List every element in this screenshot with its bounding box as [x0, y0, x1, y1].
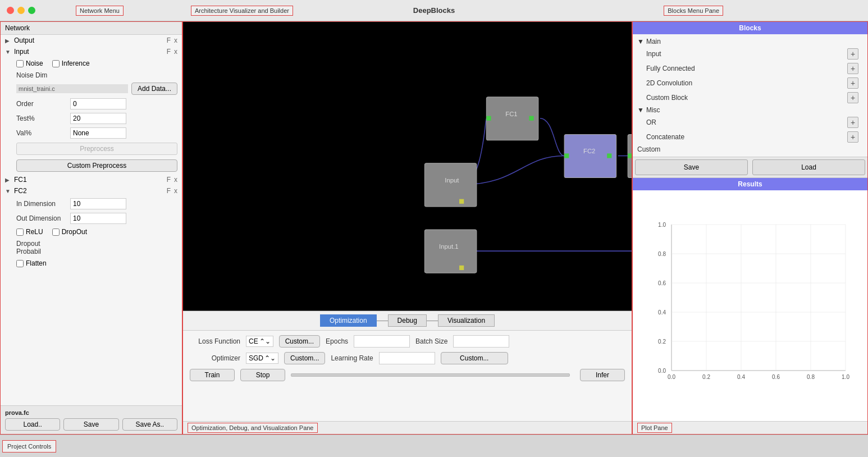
val-pct-input[interactable] — [70, 127, 126, 139]
lr-custom-button[interactable]: Custom... — [441, 352, 508, 364]
flatten-checkbox[interactable] — [16, 260, 24, 267]
network-bottom-bar: prova.fc Load.. Save Save As.. — [1, 405, 182, 434]
network-header: Network — [1, 22, 182, 35]
tree-item-fc2[interactable]: ▼ FC2 F x — [1, 185, 182, 196]
order-group: Order — [12, 97, 182, 111]
tab-separator-2 — [427, 321, 438, 321]
inference-checkbox-label[interactable]: Inference — [52, 60, 90, 67]
optimization-pane: Optimization Debug Visualization Loss Fu… — [183, 310, 632, 434]
load-button[interactable]: Load.. — [5, 418, 60, 431]
optimizer-value: SGD — [249, 354, 263, 362]
relu-checkbox[interactable] — [16, 228, 24, 236]
tree-item-input[interactable]: ▼ Input F x — [1, 46, 182, 57]
save-as-button[interactable]: Save As.. — [122, 418, 177, 431]
train-button[interactable]: Train — [190, 369, 235, 381]
progress-bar — [291, 373, 570, 377]
tree-item-output[interactable]: ▶ Output F x — [1, 35, 182, 46]
close-button[interactable] — [7, 7, 14, 14]
noise-checkbox[interactable] — [16, 60, 24, 67]
maximize-button[interactable] — [28, 7, 35, 14]
svg-text:0.8: 0.8 — [658, 251, 666, 257]
minimize-button[interactable] — [17, 7, 25, 14]
block-or: OR + — [633, 115, 867, 130]
data-file-row: mnist_traini.c Add Data... — [12, 81, 182, 97]
out-dim-input[interactable] — [70, 213, 126, 224]
blocks-save-button[interactable]: Save — [635, 159, 748, 175]
output-x-btn[interactable]: x — [174, 36, 177, 44]
misc-chevron-icon: ▼ — [637, 106, 644, 114]
opt-pane-label: Optimization, Debug, and Visualization P… — [188, 423, 318, 433]
svg-text:FC1: FC1 — [505, 111, 517, 117]
network-menu-panel-label: Network Menu — [76, 6, 124, 16]
block-fc-add-button[interactable]: + — [847, 63, 858, 74]
svg-text:Input: Input — [445, 177, 459, 184]
test-pct-group: Test% — [12, 111, 182, 126]
blocks-header: Blocks — [633, 22, 867, 34]
tabs-row: Optimization Debug Visualization — [183, 311, 632, 331]
block-custom-add-button[interactable]: + — [847, 92, 858, 103]
input-label: Input — [14, 48, 29, 56]
block-input-label: Input — [646, 50, 661, 58]
blocks-content: ▼ Main Input + Fully Connected + 2D Conv… — [633, 34, 867, 157]
input-f-btn[interactable]: F — [167, 48, 171, 56]
fc1-f-btn[interactable]: F — [167, 176, 171, 184]
tree-item-fc1[interactable]: ▶ FC1 F x — [1, 174, 182, 185]
svg-rect-12 — [564, 153, 569, 158]
block-concatenate-label: Concatenate — [646, 133, 684, 141]
stop-button[interactable]: Stop — [240, 369, 285, 381]
order-input[interactable] — [70, 98, 126, 109]
optimizer-label: Optimizer — [190, 354, 240, 362]
block-or-add-button[interactable]: + — [847, 117, 858, 128]
custom-preprocess-button[interactable]: Custom Preprocess — [16, 159, 177, 172]
add-data-button[interactable]: Add Data... — [131, 83, 177, 95]
optimizer-custom-button[interactable]: Custom... — [284, 352, 325, 364]
batch-size-input[interactable] — [453, 335, 509, 348]
flatten-checkbox-label[interactable]: Flatten — [16, 259, 47, 267]
chevron-down-icon: ▼ — [5, 49, 12, 55]
block-fully-connected: Fully Connected + — [633, 61, 867, 76]
noise-checkbox-label[interactable]: Noise — [16, 60, 43, 67]
tab-debug[interactable]: Debug — [388, 314, 427, 327]
blocks-load-button[interactable]: Load — [752, 159, 865, 175]
main-category[interactable]: ▼ Main — [633, 36, 867, 47]
canvas-area[interactable]: Input Input.1 FC1 FC2 FC3 — [183, 22, 632, 310]
app-title: DeepBlocks — [413, 6, 455, 15]
svg-rect-8 — [486, 116, 491, 121]
test-pct-input[interactable] — [70, 113, 126, 124]
fc2-f-btn[interactable]: F — [167, 187, 171, 195]
loss-function-select[interactable]: CE ⌃⌄ — [246, 336, 273, 347]
preprocess-button[interactable]: Preprocess — [16, 143, 177, 155]
custom-category[interactable]: Custom — [633, 144, 867, 154]
flatten-group: Flatten — [12, 257, 182, 269]
fc1-x-btn[interactable]: x — [174, 176, 177, 184]
dropout-checkbox-label[interactable]: DropOut — [52, 228, 87, 236]
block-concatenate-add-button[interactable]: + — [847, 131, 858, 143]
noise-inference-group: Noise Inference — [12, 57, 182, 70]
relu-checkbox-label[interactable]: ReLU — [16, 228, 43, 236]
infer-button[interactable]: Infer — [580, 369, 625, 381]
svg-rect-16 — [628, 153, 632, 158]
block-2dconv-add-button[interactable]: + — [847, 77, 858, 89]
fc2-x-btn[interactable]: x — [174, 187, 177, 195]
loss-custom-button[interactable]: Custom... — [279, 335, 320, 348]
misc-category-label: Misc — [646, 106, 660, 114]
misc-category[interactable]: ▼ Misc — [633, 105, 867, 115]
tab-optimization[interactable]: Optimization — [320, 314, 377, 327]
save-button[interactable]: Save — [63, 418, 118, 431]
block-input-add-button[interactable]: + — [847, 48, 858, 60]
optimizer-row: Optimizer SGD ⌃⌄ Custom... Learning Rate… — [190, 352, 625, 364]
learning-rate-input[interactable] — [379, 352, 435, 364]
out-dim-label: Out Dimension — [16, 214, 67, 222]
optimizer-select[interactable]: SGD ⌃⌄ — [246, 353, 278, 364]
output-f-btn[interactable]: F — [167, 36, 171, 44]
input-x-btn[interactable]: x — [174, 48, 177, 56]
center-panel: Input Input.1 FC1 FC2 FC3 — [182, 21, 632, 435]
inference-checkbox[interactable] — [52, 60, 60, 67]
in-dim-input[interactable] — [70, 198, 126, 209]
epochs-input[interactable] — [354, 335, 410, 348]
dropout-checkbox[interactable] — [52, 228, 60, 236]
svg-text:0.4: 0.4 — [737, 374, 745, 380]
block-2d-conv: 2D Convolution + — [633, 76, 867, 90]
tab-visualization[interactable]: Visualization — [438, 314, 495, 327]
order-label: Order — [16, 100, 67, 108]
